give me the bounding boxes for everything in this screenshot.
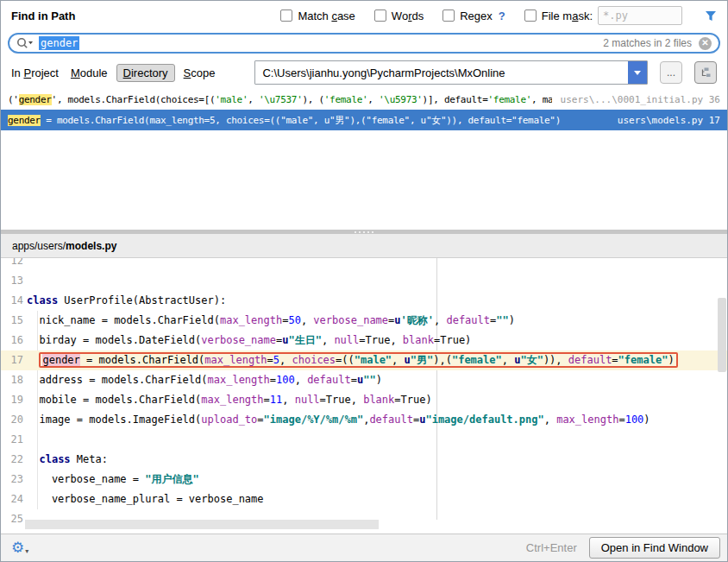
code-token: blank xyxy=(363,394,394,406)
vertical-scrollbar[interactable] xyxy=(718,298,726,372)
regex-checkbox[interactable]: Regex ? xyxy=(442,9,505,22)
code-token: max_length xyxy=(556,414,618,426)
line-number: 20 xyxy=(1,410,27,430)
line-number: 24 xyxy=(1,489,27,509)
line-number: 16 xyxy=(1,331,27,350)
line-number: 14 xyxy=(1,291,27,311)
code-line[interactable]: 14class UserProfile(AbstractUser): xyxy=(1,291,727,311)
dialog-footer: ⚙ ▾ Ctrl+Enter Open in Find Window xyxy=(1,534,727,561)
code-token: , xyxy=(322,334,334,346)
search-result-row[interactable]: gender = models.CharField(max_length=5, … xyxy=(1,110,727,130)
settings-gear-button[interactable]: ⚙ xyxy=(11,540,24,555)
code-line[interactable]: 20 image = models.ImageField(upload_to="… xyxy=(1,410,727,430)
code-token: = models.CharField( xyxy=(80,354,205,366)
code-token: "男" xyxy=(411,354,433,366)
code-text: class UserProfile(AbstractUser): xyxy=(27,294,226,306)
regex-help-link[interactable]: ? xyxy=(499,9,505,22)
code-token: "image/default.png" xyxy=(425,414,543,426)
search-input[interactable]: gender 2 matches in 2 files ✕ xyxy=(8,33,720,54)
code-token: 100 xyxy=(276,374,295,386)
line-number: 23 xyxy=(1,470,27,489)
file-name: models.py xyxy=(66,240,116,252)
code-token: blank xyxy=(403,334,434,346)
code-token: verbose_name = xyxy=(27,473,145,485)
code-token: class xyxy=(39,453,70,465)
browse-button[interactable]: ... xyxy=(660,61,682,84)
checkbox-icon[interactable] xyxy=(524,9,537,22)
code-line[interactable]: 13 xyxy=(1,271,727,291)
code-token: max_length xyxy=(204,354,267,366)
search-query-text[interactable]: gender xyxy=(39,36,79,50)
code-line[interactable]: 17 gender = models.CharField(max_length=… xyxy=(1,350,727,370)
result-preview-text: ('gender', models.CharField(choices=[('m… xyxy=(8,94,552,105)
code-text: verbose_name = "用户信息" xyxy=(27,473,199,485)
scope-tab-scope[interactable]: Scope xyxy=(184,66,216,79)
checkbox-icon[interactable] xyxy=(374,9,386,22)
open-in-find-window-button[interactable]: Open in Find Window xyxy=(589,537,720,559)
code-token: = xyxy=(612,354,618,366)
code-token: Meta: xyxy=(71,453,108,465)
code-token: verbose_name_plural = verbose_name xyxy=(27,493,264,505)
code-token: = xyxy=(351,374,357,386)
code-token: default xyxy=(307,374,351,386)
result-token: 'male' xyxy=(215,94,248,105)
code-token: =True, xyxy=(359,334,403,346)
directory-path-value[interactable]: C:\Users\jianhu.yong\PycharmProjects\MxO… xyxy=(255,66,628,79)
line-number: 17 xyxy=(1,350,27,370)
code-token: =True) xyxy=(394,394,431,406)
code-token: , xyxy=(434,314,446,326)
code-token: = xyxy=(270,374,276,386)
code-line[interactable]: 21 xyxy=(1,430,727,450)
words-checkbox[interactable]: Words xyxy=(374,9,424,22)
code-token: class xyxy=(27,294,58,306)
code-line[interactable]: 24 verbose_name_plural = verbose_name xyxy=(1,489,727,509)
code-line[interactable]: 22 class Meta: xyxy=(1,450,727,470)
directory-path-combobox[interactable]: C:\Users\jianhu.yong\PycharmProjects\MxO… xyxy=(254,60,648,85)
code-token: "" xyxy=(363,374,375,386)
match-case-checkbox[interactable]: Match case xyxy=(280,9,355,22)
result-token: , xyxy=(367,94,379,105)
search-history-icon[interactable] xyxy=(16,37,34,49)
filter-icon[interactable] xyxy=(705,10,717,22)
code-token: default xyxy=(446,314,490,326)
code-line[interactable]: 15 nick_name = models.CharField(max_leng… xyxy=(1,311,727,331)
file-mask-input[interactable] xyxy=(598,6,682,25)
preview-file-path: apps/users/models.py xyxy=(1,234,727,258)
code-line[interactable]: 18 address = models.CharField(max_length… xyxy=(1,370,727,390)
code-text: image = models.ImageField(upload_to="ima… xyxy=(27,414,650,426)
match-highlight-box: gender = models.CharField(max_length=5, … xyxy=(39,352,677,368)
code-token: choices xyxy=(292,354,336,366)
checkbox-icon[interactable] xyxy=(442,9,455,22)
code-token: , xyxy=(279,354,292,366)
recursive-toggle-button[interactable] xyxy=(694,61,717,84)
file-mask-checkbox[interactable]: File mask: xyxy=(524,6,682,25)
code-token: "用户信息" xyxy=(145,473,198,485)
code-line[interactable]: 23 verbose_name = "用户信息" xyxy=(1,470,727,489)
checkbox-icon[interactable] xyxy=(280,9,292,22)
clear-search-button[interactable]: ✕ xyxy=(699,37,712,50)
code-token: )), xyxy=(543,354,568,366)
scope-tab-module[interactable]: Module xyxy=(71,66,108,79)
results-list: ('gender', models.CharField(choices=[('m… xyxy=(1,89,727,130)
result-token: gender xyxy=(19,94,52,105)
ctrl-enter-hint: Ctrl+Enter xyxy=(526,541,577,554)
code-line[interactable]: 19 mobile = models.CharField(max_length=… xyxy=(1,390,727,410)
code-token xyxy=(27,453,39,465)
code-token: = xyxy=(267,354,273,366)
code-token: max_length xyxy=(201,394,263,406)
code-line[interactable]: 12 xyxy=(1,258,727,271)
scope-row: In Project Module Directory Scope C:\Use… xyxy=(1,56,727,89)
code-token: "生日" xyxy=(288,334,321,346)
line-number: 12 xyxy=(1,258,27,271)
scope-tab-in-project[interactable]: In Project xyxy=(11,66,59,79)
scope-tab-directory[interactable]: Directory xyxy=(116,64,175,82)
code-editor[interactable]: 121314class UserProfile(AbstractUser):15… xyxy=(1,258,727,534)
code-token: , xyxy=(392,354,404,366)
horizontal-scrollbar[interactable] xyxy=(25,520,379,529)
result-token: )], default= xyxy=(423,94,488,105)
code-lines: 121314class UserProfile(AbstractUser):15… xyxy=(1,258,727,529)
code-token: ) xyxy=(668,354,674,366)
combobox-dropdown-button[interactable] xyxy=(628,61,647,84)
code-line[interactable]: 16 birday = models.DateField(verbose_nam… xyxy=(1,331,727,350)
search-result-row[interactable]: ('gender', models.CharField(choices=[('m… xyxy=(1,89,727,110)
